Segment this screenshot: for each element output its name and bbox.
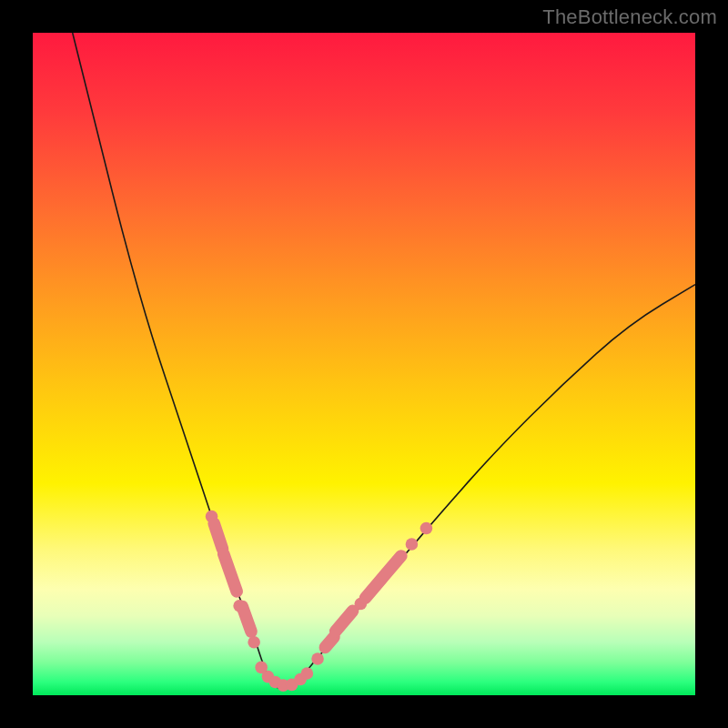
- marker-pill: [216, 546, 245, 599]
- curve-layer: [33, 33, 695, 695]
- marker-dot: [248, 636, 260, 649]
- attribution-text: TheBottleneck.com: [542, 5, 717, 29]
- marker-dot: [301, 667, 314, 680]
- chart-frame: TheBottleneck.com: [0, 0, 728, 728]
- marker-pill: [235, 599, 259, 640]
- marker-dot: [420, 522, 433, 535]
- curve-markers: [206, 511, 432, 692]
- marker-pill: [375, 547, 410, 584]
- marker-dot: [311, 652, 324, 665]
- marker-dot: [406, 538, 419, 551]
- bottleneck-curve: [73, 33, 695, 689]
- plot-area: [33, 33, 695, 695]
